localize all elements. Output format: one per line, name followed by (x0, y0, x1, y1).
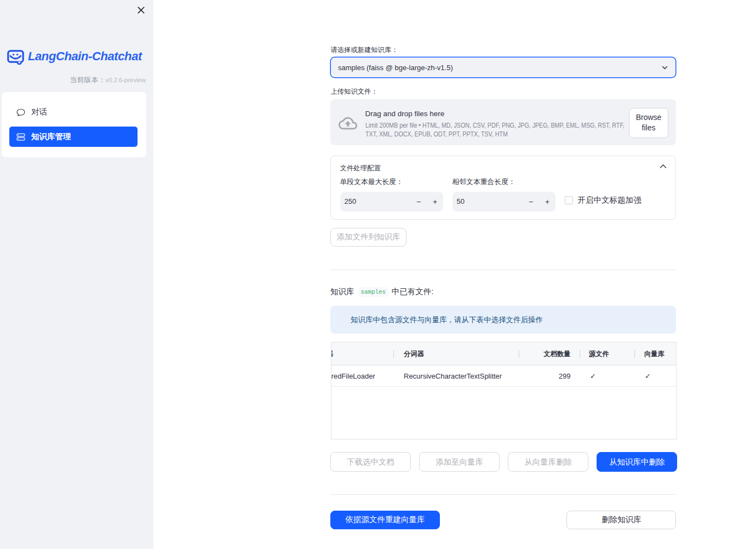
zh-title-checkbox[interactable] (565, 196, 574, 205)
chunk-overlap-plus-button[interactable]: + (539, 197, 555, 206)
delete-kb-button[interactable]: 删除知识库 (566, 511, 676, 529)
chevron-up-icon[interactable] (660, 164, 667, 169)
kb-selectbox[interactable]: samples (faiss @ bge-large-zh-v1.5) (330, 57, 676, 78)
zh-title-checkbox-row: 开启中文标题加强 (565, 195, 642, 205)
col-loader-header[interactable]: 文档加载器 (331, 349, 333, 358)
dropzone-title: Drag and drop files here (365, 110, 445, 118)
chunk-size-plus-button[interactable]: + (427, 197, 443, 206)
file-dropzone[interactable]: Drag and drop files here Limit 200MB per… (330, 99, 676, 145)
chunk-overlap-minus-button[interactable]: − (523, 197, 539, 206)
info-alert: 知识库中包含源文件与向量库，请从下表中选择文件后操作 (330, 306, 676, 334)
kb-select-label: 请选择或新建知识库： (331, 45, 398, 55)
sidebar-item-kb-management[interactable]: 知识库管理 (9, 127, 138, 147)
chunk-size-label: 单段文本最大长度： (340, 178, 403, 187)
chunk-overlap-value: 50 (457, 197, 523, 205)
kb-files-prefix: 知识库 (330, 287, 354, 297)
logo-chat-bubble-icon (7, 50, 24, 65)
column-divider (393, 350, 394, 358)
app: LangChain-Chatchat 当前版本：v0.2.6-preview 对… (0, 0, 756, 549)
kb-name-code: samples (358, 287, 388, 297)
chunk-overlap-label: 相邻文本重合长度： (453, 178, 516, 187)
divider (330, 494, 676, 495)
column-divider (519, 350, 519, 358)
chunk-size-value: 250 (345, 197, 411, 205)
col-docs-header[interactable]: 文档数量 (543, 349, 570, 358)
file-config-expander: 文件处理配置 单段文本最大长度： 相邻文本重合长度： 250 − + 50 − … (330, 156, 676, 220)
col-splitter-header[interactable]: 分词器 (404, 349, 424, 358)
sidebar-close-icon[interactable] (136, 5, 146, 15)
browse-files-button[interactable]: Browse files (629, 108, 668, 138)
zh-title-checkbox-label: 开启中文标题加强 (578, 195, 642, 205)
cell-source-check: ✓ (590, 372, 596, 380)
kb-selectbox-value: samples (faiss @ bge-large-zh-v1.5) (338, 64, 661, 72)
cloud-upload-icon (339, 114, 357, 133)
col-vector-header[interactable]: 向量库 (644, 349, 665, 358)
chat-icon (16, 108, 25, 117)
info-alert-text: 知识库中包含源文件与向量库，请从下表中选择文件后操作 (351, 315, 543, 325)
divider (330, 270, 676, 270)
version-value: v0.2.6-preview (106, 77, 146, 83)
chunk-size-minus-button[interactable]: − (410, 197, 427, 206)
sidebar: LangChain-Chatchat 当前版本：v0.2.6-preview 对… (0, 0, 153, 549)
files-table-header: 文档加载器 分词器 文档数量 源文件 向量库 (331, 342, 676, 365)
hdd-stack-icon (16, 133, 25, 141)
cell-splitter: RecursiveCharacterTextSplitter (404, 372, 502, 380)
main-content: 请选择或新建知识库： samples (faiss @ bge-large-zh… (153, 0, 756, 549)
sidebar-menu: 对话 知识库管理 (2, 92, 146, 157)
sidebar-item-dialogue[interactable]: 对话 (9, 102, 138, 122)
upload-label: 上传知识文件： (331, 87, 378, 96)
rebuild-vector-button[interactable]: 依据源文件重建向量库 (330, 511, 440, 529)
sidebar-item-label: 知识库管理 (31, 131, 71, 142)
logo-text: LangChain-Chatchat (28, 49, 142, 64)
kb-files-suffix: 中已有文件: (392, 287, 434, 297)
col-source-header[interactable]: 源文件 (589, 349, 609, 358)
add-files-button[interactable]: 添加文件到知识库 (330, 228, 406, 247)
cell-docs: 299 (559, 372, 571, 380)
download-doc-button[interactable]: 下载选中文档 (330, 452, 411, 472)
chunk-overlap-input[interactable]: 50 − + (453, 192, 556, 211)
sidebar-item-label: 对话 (31, 107, 47, 117)
dropzone-limits: Limit 200MB per file • HTML, MD, JSON, C… (365, 121, 625, 139)
column-divider (580, 350, 580, 358)
delete-from-kb-button[interactable]: 从知识库中删除 (597, 452, 677, 472)
version-label: 当前版本： (70, 76, 106, 84)
cell-vector-check: ✓ (645, 372, 651, 380)
files-table[interactable]: 文档加载器 分词器 文档数量 源文件 向量库 UnstructuredFileL… (331, 342, 677, 439)
expander-title[interactable]: 文件处理配置 (340, 164, 381, 173)
delete-from-vector-button[interactable]: 从向量库删除 (508, 452, 588, 472)
files-table-row[interactable]: UnstructuredFileLoader RecursiveCharacte… (331, 365, 676, 387)
add-to-vector-button[interactable]: 添加至向量库 (419, 452, 500, 472)
column-divider (634, 350, 635, 358)
version-info: 当前版本：v0.2.6-preview (70, 75, 146, 85)
chunk-size-input[interactable]: 250 − + (340, 192, 444, 211)
cell-loader: UnstructuredFileLoader (331, 372, 375, 380)
app-logo: LangChain-Chatchat (7, 49, 142, 65)
kb-files-heading: 知识库 samples 中已有文件: (330, 287, 433, 297)
chevron-down-icon (661, 64, 669, 72)
